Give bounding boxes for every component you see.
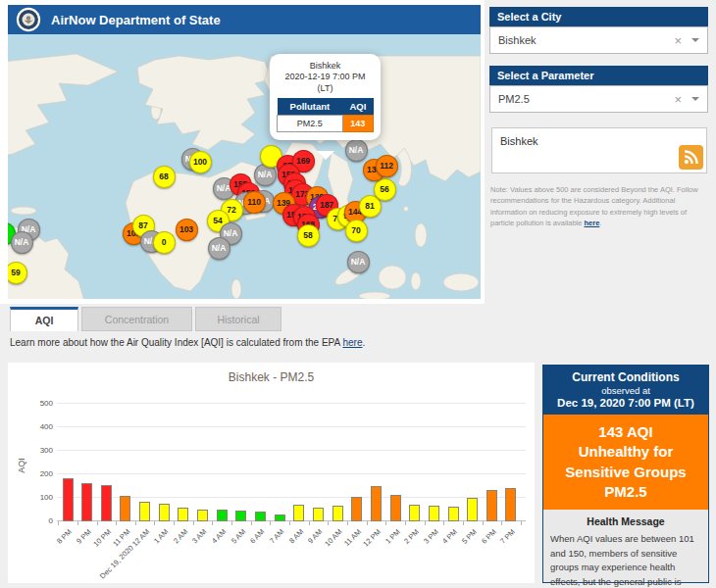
aqi-marker[interactable]: 110	[243, 191, 266, 214]
health-message-title: Health Message	[550, 515, 701, 527]
aqi-bar[interactable]	[409, 505, 420, 521]
app-header: AirNow Department of State	[8, 5, 481, 34]
parameter-select[interactable]: PM2.5 ×	[489, 85, 708, 113]
aqi-bar[interactable]	[351, 497, 362, 521]
x-axis-tick	[97, 521, 98, 525]
aqi-marker[interactable]: 59	[8, 262, 27, 284]
map-landmass	[8, 34, 481, 299]
rss-feed-button[interactable]	[679, 145, 703, 170]
x-axis-tick	[116, 521, 117, 525]
current-conditions-panel: Current Conditions observed at Dec 19, 2…	[542, 365, 709, 583]
popup-datetime: 2020-12-19 7:00 PM	[277, 72, 374, 82]
aqi-marker[interactable]: N/A	[347, 251, 370, 273]
map-popup: Bishkek 2020-12-19 7:00 PM (LT) Pollutan…	[270, 54, 381, 140]
aqi-bar[interactable]	[332, 506, 343, 521]
department-of-state-seal-icon	[16, 7, 41, 32]
aqi-marker[interactable]: 103	[176, 219, 198, 241]
tab-aqi[interactable]: AQI	[10, 307, 78, 331]
popup-timezone: (LT)	[277, 83, 374, 94]
chevron-down-icon[interactable]	[691, 38, 699, 46]
y-axis-tick-label: 300	[22, 446, 53, 455]
x-axis-tick	[443, 521, 444, 525]
x-axis-tick	[231, 521, 232, 525]
health-message-block: Health Message When AQI values are betwe…	[543, 510, 708, 588]
x-axis-tick-label: 12 PM	[361, 527, 383, 549]
city-select[interactable]: Bishkek ×	[489, 26, 708, 54]
aqi-bar[interactable]	[505, 488, 516, 521]
x-axis-tick-label: 10 AM	[323, 527, 343, 548]
popup-pollutant-header: Pollutant	[278, 98, 343, 116]
clear-parameter-icon[interactable]: ×	[674, 92, 682, 107]
aqi-marker[interactable]: N/A	[208, 237, 230, 260]
aqi-bar[interactable]	[255, 512, 266, 521]
x-axis-tick	[77, 521, 78, 525]
aqi-bar[interactable]	[197, 510, 208, 521]
parameter-select-value: PM2.5	[498, 93, 674, 105]
gridline	[57, 403, 526, 404]
tab-historical[interactable]: Historical	[195, 307, 281, 331]
aqi-marker[interactable]: 100	[189, 151, 212, 173]
y-axis-tick-label: 0	[22, 516, 53, 525]
x-axis-tick	[385, 521, 386, 525]
aqi-marker[interactable]: 112	[376, 155, 398, 177]
aqi-marker[interactable]: N/A	[345, 139, 368, 162]
x-axis-tick	[501, 521, 502, 525]
page-title: AirNow Department of State	[51, 13, 221, 27]
x-axis-tick-label: 4 PM	[441, 527, 460, 546]
x-axis-tick	[328, 521, 329, 525]
aqi-bar[interactable]	[120, 496, 130, 521]
y-axis-tick-label: 400	[22, 422, 53, 431]
aqi-marker[interactable]: 56	[374, 178, 396, 201]
aqi-marker[interactable]: 68	[153, 166, 176, 188]
aqi-bar[interactable]	[467, 498, 478, 521]
chart-plot-area: 01002003004005008 PM9 PM10 PM11 PMDec 19…	[57, 403, 526, 521]
learn-more-text: Learn more about how the Air Quality Ind…	[10, 337, 365, 348]
aqi-bar[interactable]	[63, 478, 74, 521]
x-axis-tick-label: 5 PM	[460, 527, 479, 546]
x-axis-tick	[367, 521, 368, 525]
rss-icon	[683, 149, 699, 166]
aqi-bar[interactable]	[313, 508, 324, 521]
aqi-marker[interactable]: 58	[297, 224, 320, 247]
aqi-bar-chart: Bishkek - PM2.5 AQI 01002003004005008 PM…	[8, 363, 535, 583]
aqi-bar[interactable]	[293, 505, 304, 521]
aqi-marker[interactable]: 70	[345, 220, 368, 242]
aqi-marker[interactable]: N/A	[11, 231, 33, 254]
y-axis-tick-label: 500	[22, 399, 53, 408]
aqi-bar[interactable]	[159, 504, 170, 521]
x-axis-tick-label: 8 PM	[56, 527, 75, 546]
aqi-bar[interactable]	[448, 507, 459, 521]
note-here-link[interactable]: here	[584, 219, 599, 227]
x-axis-tick	[58, 521, 59, 525]
aqi-bar[interactable]	[235, 511, 246, 521]
map-card: AirNow Department of State	[0, 0, 485, 304]
epa-here-link[interactable]: here	[342, 337, 362, 348]
x-axis-tick	[270, 521, 271, 525]
aqi-bar[interactable]	[390, 495, 401, 521]
aqi-bar[interactable]	[486, 490, 497, 521]
learn-more-prefix: Learn more about how the Air Quality Ind…	[10, 337, 342, 348]
world-aqi-map[interactable]: N/AN/A59N/A1006810387N/A0103N/A158156N/A…	[8, 34, 481, 299]
aqi-value-line: 143 AQI	[543, 422, 708, 442]
x-axis-tick	[212, 521, 213, 525]
x-axis-tick	[251, 521, 252, 525]
aqi-bar[interactable]	[275, 514, 285, 521]
aqi-bar[interactable]	[429, 506, 439, 521]
clear-city-icon[interactable]: ×	[674, 33, 682, 48]
aqi-bar[interactable]	[81, 483, 92, 521]
aqi-marker[interactable]: 0	[153, 231, 176, 254]
aqi-bar[interactable]	[101, 485, 112, 521]
aqi-bar[interactable]	[371, 486, 382, 521]
x-axis-tick-label: 9 PM	[75, 527, 93, 546]
x-axis-tick-label: 3 AM	[190, 527, 208, 545]
health-message-text: When AQI values are between 101 and 150,…	[550, 532, 701, 588]
x-axis-tick	[309, 521, 310, 525]
city-select-value: Bishkek	[498, 34, 674, 46]
x-axis-tick	[521, 521, 522, 525]
tab-concentration[interactable]: Concentration	[81, 307, 192, 331]
aqi-bar[interactable]	[139, 502, 150, 521]
aqi-bar[interactable]	[217, 510, 228, 521]
x-axis-tick	[405, 521, 406, 525]
chevron-down-icon[interactable]	[691, 97, 699, 105]
aqi-bar[interactable]	[178, 508, 188, 521]
